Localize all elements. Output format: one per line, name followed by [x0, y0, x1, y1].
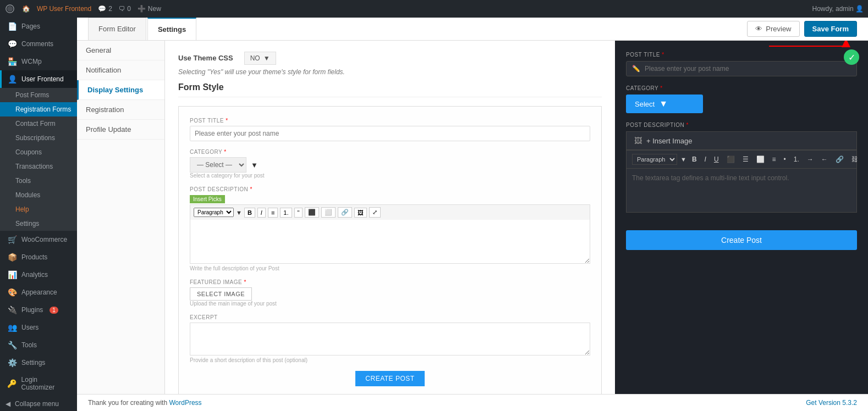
sidebar-item-plugins[interactable]: 🔌 Plugins 1 — [0, 301, 77, 319]
light-category-select[interactable]: — Select — — [190, 157, 246, 173]
version-link[interactable]: Get Version 5.3.2 — [806, 399, 857, 407]
sidebar-item-tools[interactable]: 🔧 Tools — [0, 336, 77, 354]
light-post-title-input[interactable] — [190, 126, 590, 141]
light-excerpt-textarea[interactable] — [190, 323, 590, 356]
sidebar-item-help[interactable]: Help — [0, 202, 77, 216]
sidebar-item-users[interactable]: 👥 Users — [0, 319, 77, 336]
sidebar-item-modules[interactable]: Modules — [0, 188, 77, 202]
align-left-btn[interactable]: ⬛ — [305, 207, 319, 218]
dark-bullet-btn[interactable]: • — [782, 154, 788, 164]
sidebar-item-contact-form[interactable]: Contact Form — [0, 116, 77, 131]
settings-nav-notification[interactable]: Notification — [77, 60, 164, 80]
adminbar-new[interactable]: ➕ New — [138, 5, 161, 13]
appearance-icon: 🎨 — [7, 288, 17, 297]
dark-indent-btn[interactable]: → — [805, 154, 816, 164]
settings-main-wrapper: Use Theme CSS NO ▼ Selecting "Yes" will … — [165, 41, 868, 394]
dark-outdent-btn[interactable]: ← — [819, 154, 830, 164]
light-featured-image-field: FEATURED IMAGE * SELECT IMAGE Upload the… — [190, 279, 590, 307]
tab-form-editor[interactable]: Form Editor — [88, 18, 146, 40]
user-frontend-icon: 👤 — [7, 75, 17, 84]
dark-unlink-btn[interactable]: ⛓ — [849, 154, 860, 164]
list-btn[interactable]: ≡ — [268, 208, 278, 218]
admin-bar: 🏠 WP User Frontend 💬 2 🗨 0 ➕ New Howdy, … — [0, 0, 868, 18]
image-btn[interactable]: 🖼 — [354, 208, 367, 218]
sidebar-item-appearance[interactable]: 🎨 Appearance — [0, 284, 77, 301]
italic-btn[interactable]: I — [257, 208, 266, 218]
dark-form-preview: ✓ POST TITLE * ✏️ — [615, 41, 868, 394]
sidebar-item-analytics[interactable]: 📊 Analytics — [0, 266, 77, 284]
category-dropdown-arrow: ▼ — [251, 161, 258, 169]
eye-icon: 👁 — [755, 25, 762, 33]
comment-icon: 💬 — [98, 5, 106, 13]
dark-category-select[interactable]: Select ▼ — [626, 95, 703, 113]
light-excerpt-hint: Provide a short description of this post… — [190, 357, 590, 363]
wcmp-icon: 🏪 — [7, 57, 17, 66]
sidebar-item-coupons[interactable]: Coupons — [0, 145, 77, 159]
dark-ol-btn[interactable]: 1. — [792, 154, 801, 164]
adminbar-home[interactable]: 🏠 — [22, 5, 30, 13]
adminbar-site[interactable]: WP User Frontend — [37, 5, 91, 13]
dark-underline-btn[interactable]: U — [712, 154, 721, 164]
sidebar-item-user-frontend[interactable]: 👤 User Frontend — [0, 70, 77, 88]
dark-link-btn[interactable]: 🔗 — [833, 154, 846, 164]
ol-btn[interactable]: 1. — [280, 208, 292, 218]
settings-nav-display-settings[interactable]: Display Settings — [77, 80, 164, 100]
light-desc-textarea[interactable] — [190, 220, 590, 264]
dark-bold-btn[interactable]: B — [690, 154, 699, 164]
paragraph-select[interactable]: Paragraph — [194, 208, 234, 217]
sidebar-item-settings-sub[interactable]: Settings — [0, 216, 77, 231]
main-content: Form Editor Settings 👁 Preview Save Form… — [77, 18, 868, 411]
sidebar-item-wcmp[interactable]: 🏪 WCMp — [0, 53, 77, 70]
adminbar-howdy: Howdy, admin 👤 — [812, 5, 864, 13]
sidebar-item-pages[interactable]: 📄 Pages — [0, 18, 77, 35]
light-create-post-button[interactable]: CREATE POST — [355, 371, 424, 386]
settings-nav: General Notification Display Settings Re… — [77, 41, 165, 394]
use-theme-css-select[interactable]: NO ▼ — [244, 52, 276, 65]
dark-insert-image-btn[interactable]: 🖼 + Insert Image — [626, 131, 857, 150]
select-image-button[interactable]: SELECT IMAGE — [190, 287, 252, 301]
adminbar-comments[interactable]: 💬 2 — [98, 5, 112, 13]
adminbar-comment2[interactable]: 🗨 0 — [119, 5, 131, 13]
sidebar-item-settings[interactable]: ⚙️ Settings — [0, 354, 77, 371]
save-form-button[interactable]: Save Form — [804, 21, 857, 37]
sidebar-item-tools-sub[interactable]: Tools — [0, 174, 77, 188]
preview-button[interactable]: 👁 Preview — [747, 21, 799, 37]
dark-paragraph-select[interactable]: Paragraph — [632, 154, 677, 165]
settings-nav-general[interactable]: General — [77, 41, 164, 60]
sidebar-item-products[interactable]: 📦 Products — [0, 248, 77, 266]
dark-align-left-btn[interactable]: ⬛ — [724, 154, 737, 164]
sidebar-item-comments[interactable]: 💬 Comments — [0, 35, 77, 53]
sidebar-item-transactions[interactable]: Transactions — [0, 159, 77, 174]
light-featured-hint: Upload the main image of your post — [190, 301, 590, 307]
sidebar-item-login-customizer[interactable]: 🔑 Login Customizer — [0, 371, 77, 396]
link-btn[interactable]: 🔗 — [338, 207, 352, 218]
bold-btn[interactable]: B — [244, 208, 255, 218]
dark-desc-toolbar: Paragraph ▼ B I U ⬛ ☰ ⬜ ≡ • 1. — [626, 150, 857, 169]
sidebar-item-woocommerce[interactable]: 🛒 WooCommerce — [0, 231, 77, 248]
dark-align-justify-btn[interactable]: ≡ — [770, 154, 778, 164]
wordpress-link[interactable]: WordPress — [169, 399, 201, 407]
dark-italic-btn[interactable]: I — [702, 154, 708, 164]
dark-align-center-btn[interactable]: ☰ — [740, 154, 751, 164]
use-theme-css-hint: Selecting "Yes" will use your theme's st… — [178, 68, 602, 76]
wp-logo[interactable] — [4, 3, 15, 14]
dark-category-field: CATEGORY * Select ▼ — [626, 85, 857, 113]
sidebar-item-subscriptions[interactable]: Subscriptions — [0, 131, 77, 145]
light-desc-hint: Write the full description of your Post — [190, 265, 590, 271]
fullscreen-btn[interactable]: ⤢ — [369, 207, 381, 218]
dark-create-post-button[interactable]: Create Post — [626, 230, 857, 250]
dark-post-title-field: POST TITLE * ✏️ — [626, 52, 857, 76]
sidebar-item-post-forms[interactable]: Post Forms — [0, 88, 77, 102]
dark-post-title-input[interactable] — [645, 65, 851, 73]
settings-nav-profile-update[interactable]: Profile Update — [77, 120, 164, 140]
dark-align-right-btn[interactable]: ⬜ — [754, 154, 767, 164]
plugins-icon: 🔌 — [7, 306, 17, 314]
sidebar-item-registration-forms[interactable]: Registration Forms — [0, 102, 77, 116]
quote-btn[interactable]: " — [294, 208, 303, 218]
settings-nav-registration[interactable]: Registration — [77, 100, 164, 120]
home-icon: 🏠 — [22, 5, 30, 13]
collapse-menu-button[interactable]: ◀ Collapse menu — [0, 396, 77, 411]
products-icon: 📦 — [7, 253, 17, 262]
align-right-btn[interactable]: ⬜ — [321, 207, 336, 218]
tab-settings[interactable]: Settings — [147, 18, 196, 40]
